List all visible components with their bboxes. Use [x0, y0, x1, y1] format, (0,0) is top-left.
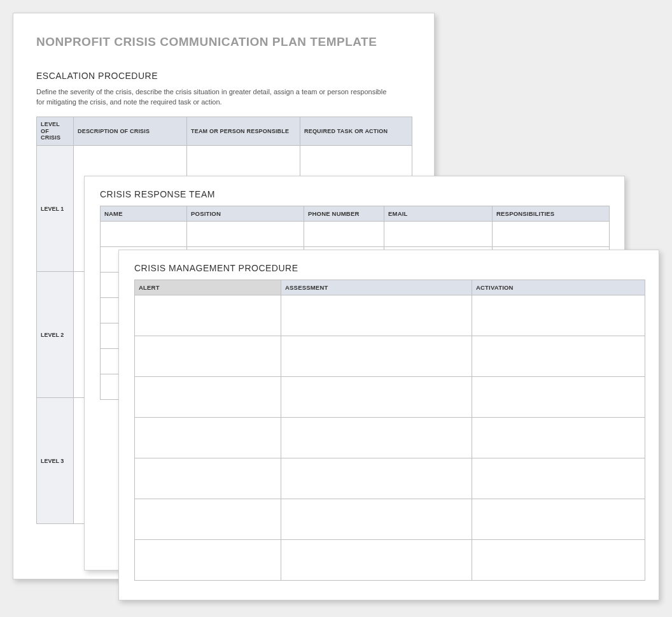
table-row — [101, 222, 610, 247]
table-header-row: ALERT ASSESSMENT ACTIVATION — [135, 280, 645, 295]
document-title: NONPROFIT CRISIS COMMUNICATION PLAN TEMP… — [36, 35, 411, 49]
crisis-team-section-title: CRISIS RESPONSE TEAM — [100, 189, 609, 199]
col-header-desc: DESCRIPTION OF CRISIS — [74, 117, 187, 145]
level-cell: LEVEL 3 — [37, 398, 74, 524]
level-cell: LEVEL 2 — [37, 272, 74, 398]
crisis-procedure-table: ALERT ASSESSMENT ACTIVATION — [134, 280, 645, 581]
col-header-task: REQUIRED TASK OR ACTION — [300, 117, 412, 145]
col-header-position: POSITION — [187, 206, 304, 222]
level-cell: LEVEL 1 — [37, 146, 74, 272]
col-header-assess: ASSESSMENT — [281, 280, 472, 295]
escalation-section-desc: Define the severity of the crisis, descr… — [36, 87, 393, 108]
table-header-row: LEVEL OF CRISIS DESCRIPTION OF CRISIS TE… — [37, 117, 412, 145]
table-row — [135, 418, 645, 458]
template-page-3: CRISIS MANAGEMENT PROCEDURE ALERT ASSESS… — [118, 250, 659, 600]
col-header-phone: PHONE NUMBER — [304, 206, 384, 222]
col-header-resp: RESPONSIBILITIES — [493, 206, 610, 222]
col-header-team: TEAM OR PERSON RESPONSIBLE — [187, 117, 300, 145]
table-header-row: NAME POSITION PHONE NUMBER EMAIL RESPONS… — [101, 206, 610, 222]
col-header-activate: ACTIVATION — [472, 280, 645, 295]
table-row — [135, 336, 645, 377]
table-row — [135, 540, 645, 581]
crisis-procedure-section-title: CRISIS MANAGEMENT PROCEDURE — [134, 263, 643, 273]
col-header-alert: ALERT — [135, 280, 281, 295]
escalation-section-title: ESCALATION PROCEDURE — [36, 71, 411, 81]
table-row — [135, 499, 645, 540]
table-row — [135, 458, 645, 499]
table-row — [135, 295, 645, 336]
col-header-name: NAME — [101, 206, 187, 222]
col-header-email: EMAIL — [384, 206, 493, 222]
col-header-level: LEVEL OF CRISIS — [37, 117, 74, 145]
table-row — [135, 377, 645, 418]
